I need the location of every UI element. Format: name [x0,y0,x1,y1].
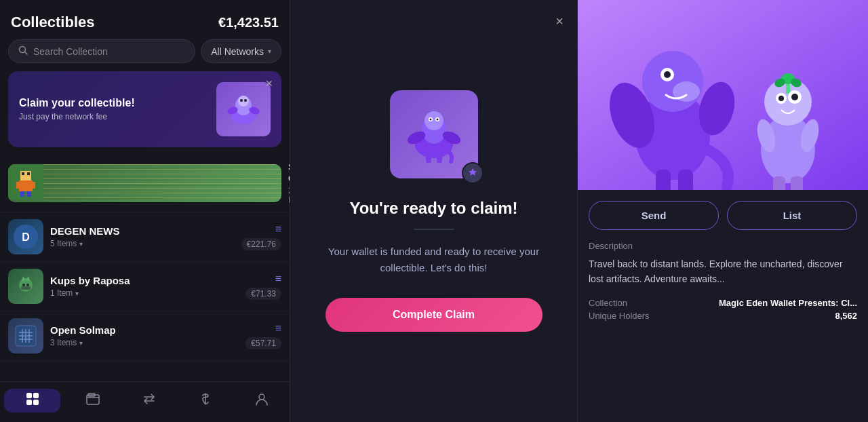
svg-point-68 [778,96,784,101]
solmap-right: ≡ €57.71 [245,322,281,349]
modal-description: Your wallet is funded and ready to recei… [290,244,577,276]
svg-point-39 [259,394,264,400]
svg-point-42 [425,111,443,130]
claim-text-block: Claim your collectible! Just pay the net… [19,97,216,121]
svg-rect-34 [33,393,39,398]
degen-count: 5 Items [50,239,77,248]
wallet-icon [85,391,100,410]
svg-rect-60 [678,170,693,190]
chevron-icon: ▾ [79,240,83,248]
svg-point-53 [642,51,703,112]
svg-point-47 [429,119,431,121]
smb-thumbnail [8,164,281,202]
collection-label: Collection [589,298,627,308]
search-placeholder: Search Collection [33,46,108,57]
svg-point-8 [244,99,247,102]
menu-icon[interactable]: ≡ [275,273,281,285]
svg-rect-36 [33,400,39,405]
solmap-count: 3 Items [50,338,77,347]
solmap-name: Open Solmap [50,324,239,336]
menu-icon[interactable]: ≡ [275,322,281,334]
description-text: Travel back to distant lands. Explore th… [589,256,857,287]
list-item[interactable]: D DEGEN NEWS 5 Items ▾ ≡ €221.76 [0,212,290,262]
grid-icon [25,391,40,410]
modal-close-button[interactable]: × [555,14,564,29]
smb-name: SMB Gen3 [288,161,290,184]
solmap-info: Open Solmap 3 Items ▾ [50,324,239,347]
svg-rect-59 [656,170,671,190]
svg-line-1 [25,52,28,55]
list-item[interactable]: SMB Gen3 2 Items ▾ ≡ €1,063.38 [0,154,290,212]
svg-rect-15 [30,182,35,189]
left-header: Collectibles €1,423.51 [0,0,290,39]
right-panel: Send List Description Travel back to dis… [578,0,868,422]
nav-wallet[interactable] [64,389,121,413]
list-button[interactable]: List [727,201,857,230]
svg-rect-11 [22,172,24,175]
claim-subtitle: Just pay the network fee [19,112,216,121]
search-row: Search Collection All Networks ▾ [0,39,290,71]
chevron-down-icon: ▾ [268,47,271,55]
nav-grid[interactable] [4,389,60,413]
menu-icon[interactable]: ≡ [275,223,281,235]
degen-thumbnail: D [8,219,43,254]
svg-point-4 [238,96,249,107]
smb-count: 2 Items [288,186,290,205]
nav-transfer[interactable] [121,389,177,413]
network-select[interactable]: All Networks ▾ [201,39,281,63]
modal-divider [414,229,454,230]
profile-icon [254,391,269,410]
collection-value: Magic Eden Wallet Presents: Cl... [719,298,857,308]
network-label: All Networks [211,46,264,57]
collection-list: SMB Gen3 2 Items ▾ ≡ €1,063.38 D DEGEN N… [0,154,290,381]
kups-value: €71.33 [245,288,281,300]
modal-title: You're ready to claim! [349,199,517,218]
nav-dollar[interactable] [177,389,233,413]
collection-smb-info: SMB Gen3 2 Items ▾ [288,161,290,205]
chevron-icon: ▾ [75,290,79,297]
svg-rect-12 [27,172,30,175]
holders-row: Unique Holders 8,562 [589,311,857,321]
close-icon[interactable]: ✕ [265,78,273,89]
svg-rect-14 [16,182,22,189]
kups-info: Kups by Raposa 1 Item ▾ [50,275,239,298]
chain-badge [462,162,484,184]
svg-rect-16 [20,191,24,197]
collection-row: Collection Magic Eden Wallet Presents: C… [589,298,857,308]
svg-rect-35 [26,400,32,405]
solmap-thumbnail [8,318,43,353]
collectibles-title: Collectibles [11,14,94,31]
claim-nft-thumbnail [216,82,271,136]
left-panel: Collectibles €1,423.51 Search Collection… [0,0,290,422]
svg-rect-17 [27,191,31,197]
search-box[interactable]: Search Collection [8,39,195,63]
complete-claim-button[interactable]: Complete Claim [326,298,542,332]
list-item[interactable]: Kups by Raposa 1 Item ▾ ≡ €71.33 [0,262,290,311]
claim-banner[interactable]: Claim your collectible! Just pay the net… [8,71,281,147]
svg-text:D: D [22,231,30,243]
svg-point-70 [791,94,798,100]
kups-name: Kups by Raposa [50,275,239,286]
holders-value: 8,562 [835,311,857,321]
holders-label: Unique Holders [589,311,650,321]
modal-nft-container [390,90,478,178]
svg-rect-33 [26,393,32,398]
search-icon [18,45,28,57]
kups-right: ≡ €71.33 [245,273,281,300]
nft-hero-image [578,0,868,190]
degen-name: DEGEN NEWS [50,225,235,237]
list-item[interactable]: Open Solmap 3 Items ▾ ≡ €57.71 [0,311,290,361]
nav-profile[interactable] [233,389,290,413]
degen-right: ≡ €221.76 [241,223,281,250]
degen-info: DEGEN NEWS 5 Items ▾ [50,225,235,248]
right-actions: Send List [578,190,868,241]
svg-point-23 [22,284,25,286]
solmap-value: €57.71 [245,337,281,349]
bottom-nav [0,381,290,422]
svg-point-48 [436,119,438,121]
svg-rect-74 [791,176,803,190]
chain-icon [467,167,478,180]
right-info: Description Travel back to distant lands… [578,241,868,422]
description-label: Description [589,241,857,251]
send-button[interactable]: Send [589,201,719,230]
